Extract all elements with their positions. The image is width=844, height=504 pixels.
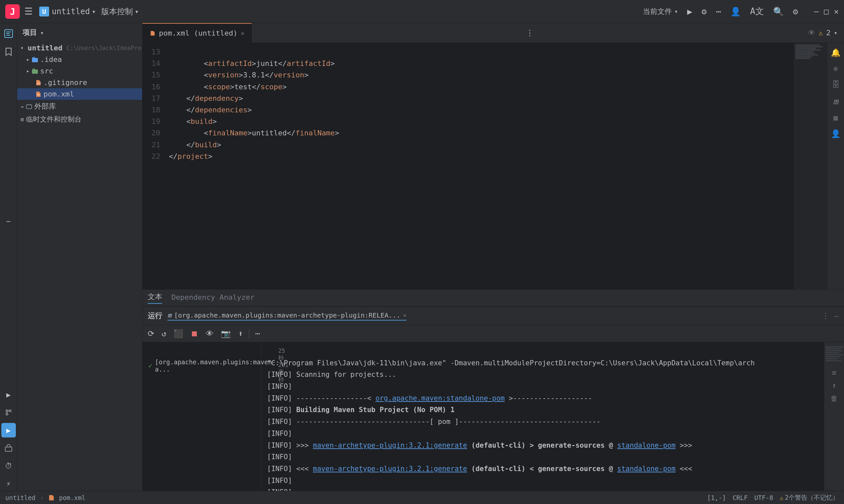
tree-label-temp: 临时文件和控制台 — [26, 115, 82, 124]
status-left: untitled › pom.xml — [5, 494, 85, 501]
browser-icon[interactable]: ⊕ — [831, 62, 840, 75]
database-icon[interactable]: 🗄 — [830, 78, 842, 91]
sidebar-icon-project[interactable] — [1, 26, 16, 41]
success-icon: ✓ — [148, 362, 152, 370]
version-control-label[interactable]: 版本控制 — [101, 6, 133, 17]
run-panel-more[interactable]: ⋮ — [822, 312, 829, 320]
charset-label[interactable]: UTF-8 — [754, 494, 773, 501]
breadcrumb-untitled[interactable]: untitled — [5, 494, 36, 501]
run-panel: 运行 m [org.apache.maven.plugins:maven-arc… — [142, 306, 844, 491]
pom-tab-icon — [150, 30, 156, 36]
close-button[interactable]: ✕ — [834, 7, 839, 16]
tab-text[interactable]: 文本 — [148, 292, 162, 304]
hamburger-icon[interactable]: ☰ — [24, 6, 33, 17]
svg-point-6 — [6, 410, 8, 412]
toolbar-more[interactable]: ⋯ — [254, 328, 261, 340]
run-panel-minimize[interactable]: — — [834, 312, 839, 320]
tab-text-label: 文本 — [148, 292, 162, 301]
person-icon[interactable]: 👤 — [829, 127, 843, 140]
src-folder-icon — [32, 68, 38, 74]
tree-label-src: src — [40, 67, 53, 75]
warning-status[interactable]: ⚠ 2个警告（不记忆） — [780, 493, 839, 502]
rerun-icon[interactable]: ↺ — [160, 328, 168, 340]
m-icon[interactable]: m — [831, 94, 840, 108]
expand-arrow-idea: ▸ — [27, 56, 30, 62]
svg-point-8 — [6, 413, 8, 415]
encoding-type[interactable]: CRLF — [733, 494, 748, 501]
eye-icon[interactable]: 👁 — [808, 29, 815, 37]
run-gutter-lines — [824, 345, 844, 362]
svg-rect-9 — [5, 447, 12, 451]
expand-arrow: ▾ — [20, 45, 24, 51]
warning-chevron[interactable]: ▾ — [834, 29, 838, 36]
tab-close-pom[interactable]: ✕ — [241, 30, 244, 37]
tabs-more-button[interactable]: ⋮ — [521, 28, 539, 38]
external-libs-icon — [26, 103, 32, 110]
tree-item-external-libs[interactable]: → 外部库 — [17, 100, 142, 113]
chevron-icon[interactable]: ▾ — [92, 7, 96, 16]
ide-settings-icon[interactable]: ⚙ — [793, 6, 798, 16]
tree-label-pom: pom.xml — [44, 90, 74, 98]
screenshot-icon[interactable]: 📷 — [220, 328, 232, 340]
profile-icon[interactable]: 👤 — [730, 6, 741, 16]
project-chevron[interactable]: ▾ — [40, 29, 44, 36]
run-gutter-align-icon[interactable]: ≡ — [832, 368, 836, 377]
panel-icon[interactable]: ▦ — [831, 112, 840, 124]
run-icon[interactable]: ▶ — [687, 6, 692, 16]
sidebar-icon-history[interactable]: ⏱ — [1, 458, 16, 473]
run-panel-header: 运行 m [org.apache.maven.plugins:maven-arc… — [142, 307, 844, 325]
sidebar-icon-git[interactable] — [1, 405, 16, 420]
sidebar-icon-build[interactable] — [1, 441, 16, 455]
toggle-icon[interactable]: 👁 — [204, 328, 215, 340]
tab-pom-xml[interactable]: pom.xml (untitled) ✕ — [142, 23, 252, 42]
sidebar-icon-bookmarks[interactable] — [1, 44, 16, 59]
minimize-button[interactable]: — — [814, 7, 819, 16]
translate-icon[interactable]: A文 — [750, 5, 764, 17]
run-gutter-filter-icon[interactable]: ⬆ — [832, 381, 836, 390]
warning-count: 2 — [826, 29, 830, 37]
notifications-icon[interactable]: 🔔 — [829, 46, 843, 59]
tree-item-src[interactable]: ▸ src — [17, 65, 142, 77]
idea-folder-icon — [32, 56, 38, 63]
tree-label-external: 外部库 — [34, 102, 56, 111]
tree-item-untitled[interactable]: ▾ untitled C:\Users\Jack\IdeaProjects\un… — [17, 42, 142, 54]
stop-btn[interactable]: ⏹ — [189, 328, 200, 340]
project-name: untitled — [52, 7, 90, 16]
run-label: 运行 — [148, 311, 162, 321]
settings-icon[interactable]: ⚙ — [702, 6, 707, 16]
run-tab-close[interactable]: ✕ — [403, 312, 406, 319]
sidebar-icon-more[interactable]: ⋯ — [1, 214, 16, 229]
cursor-position: [1,-] — [707, 494, 726, 501]
svg-text:J: J — [10, 7, 15, 17]
run-log: "C:\Program Files\Java\jdk-11\bin\java.e… — [261, 342, 824, 491]
current-file-chevron: ▾ — [674, 8, 678, 15]
search-everywhere-icon[interactable]: 🔍 — [773, 6, 784, 16]
tree-item-gitignore[interactable]: git .gitignore — [17, 77, 142, 88]
stop-icon[interactable]: ⬛ — [172, 328, 185, 340]
tree-item-pom[interactable]: XML pom.xml — [17, 88, 142, 100]
sidebar-icon-run-active[interactable]: ▶ — [1, 423, 16, 437]
svg-text:XML: XML — [37, 93, 40, 96]
run-tree-item-maven[interactable]: ✓ [org.apache.maven.plugins:maven-a... 2… — [146, 345, 258, 385]
export-icon[interactable]: ⬆ — [237, 328, 244, 340]
git-file-icon: git — [35, 79, 41, 86]
sidebar-icon-problems[interactable]: ⚡ — [1, 476, 16, 491]
tab-dependency-analyzer[interactable]: Dependency Analyzer — [171, 293, 255, 303]
run-tab-maven[interactable]: m [org.apache.maven.plugins:maven-archet… — [168, 311, 407, 321]
version-control-chevron[interactable]: ▾ — [135, 7, 139, 16]
current-file-label: 当前文件 — [643, 6, 672, 16]
restart-icon[interactable]: ⟳ — [147, 328, 156, 340]
code-content[interactable]: <artifactId>junit</artifactId> <version>… — [166, 43, 794, 289]
more-options-icon[interactable]: ⋯ — [716, 6, 721, 16]
run-gutter-delete-icon[interactable]: 🗑 — [830, 394, 838, 402]
minimap — [794, 43, 827, 289]
sidebar-icon-run[interactable]: ▶ — [1, 388, 16, 402]
tree-item-temp[interactable]: ≡ 临时文件和控制台 — [17, 113, 142, 126]
maximize-button[interactable]: □ — [824, 7, 828, 16]
tree-item-idea[interactable]: ▸ .idea — [17, 54, 142, 65]
warning-indicator: 👁 ⚠ 2 ▾ — [808, 29, 844, 37]
current-file-button[interactable]: 当前文件 ▾ — [643, 6, 678, 16]
temp-icon: ≡ — [20, 116, 24, 123]
code-editor[interactable]: 13 14 15 16 17 18 19 20 21 22 <artifactI… — [142, 43, 844, 289]
breadcrumb-pom[interactable]: pom.xml — [59, 494, 85, 501]
